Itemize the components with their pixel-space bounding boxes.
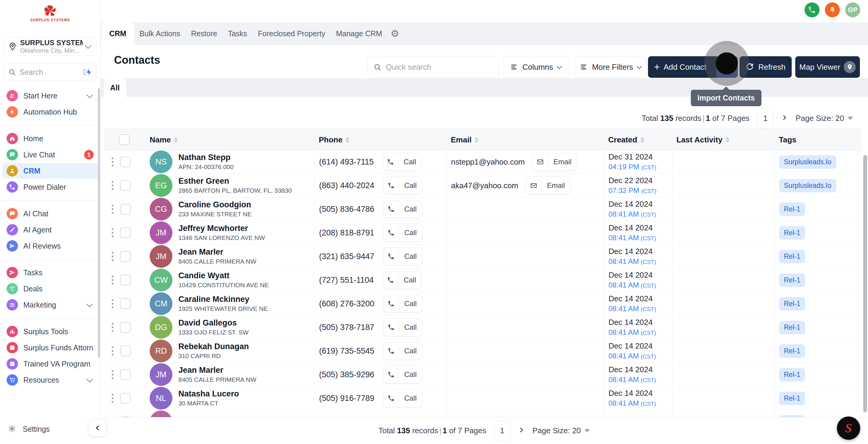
contact-name[interactable]: Jeffrey Mcwhorter	[178, 223, 265, 234]
quick-search-input[interactable]: Quick search	[368, 56, 499, 78]
tab-restore[interactable]: Restore	[186, 29, 223, 38]
row-menu-kebab-icon[interactable]	[110, 345, 115, 357]
sort-icon[interactable]	[474, 137, 478, 143]
sidebar-item-ai-chat[interactable]: AI Chat	[2, 206, 98, 221]
tag-badge[interactable]: Rel-1	[779, 297, 805, 311]
row-checkbox[interactable]	[120, 346, 131, 356]
row-checkbox[interactable]	[120, 227, 131, 238]
chat-widget-button[interactable]: S	[837, 416, 860, 440]
contact-name[interactable]: Jean Marler	[178, 365, 256, 376]
tab-manage-crm[interactable]: Manage CRM	[331, 29, 388, 38]
call-button[interactable]: Call	[383, 224, 422, 242]
contact-name[interactable]: Candie Wyatt	[178, 271, 269, 281]
sidebar-item-marketing[interactable]: Marketing	[2, 297, 98, 313]
tag-badge[interactable]: Rel-1	[779, 392, 805, 405]
row-checkbox[interactable]	[120, 369, 131, 380]
row-checkbox[interactable]	[120, 204, 131, 215]
row-menu-kebab-icon[interactable]	[110, 250, 115, 263]
tab-all[interactable]: All	[104, 78, 126, 97]
gear-icon[interactable]: ⚙	[388, 29, 402, 38]
tag-badge[interactable]: Rel-1	[779, 250, 805, 263]
call-button[interactable]: Call	[383, 389, 422, 407]
column-header-last-activity[interactable]: Last Activity	[672, 135, 775, 145]
tab-foreclosed-property[interactable]: Foreclosed Property	[253, 29, 331, 38]
tag-badge[interactable]: Surplusleads.Io	[779, 155, 836, 169]
notifications-button[interactable]	[825, 2, 840, 18]
sidebar-scrollbar[interactable]	[98, 88, 100, 357]
sidebar-item-tasks[interactable]: Tasks	[2, 265, 98, 280]
call-button[interactable]: Call	[383, 271, 422, 289]
row-checkbox[interactable]	[120, 322, 131, 333]
column-header-name[interactable]: Name	[138, 135, 315, 145]
tab-bulk-actions[interactable]: Bulk Actions	[134, 29, 186, 38]
call-button[interactable]: Call	[383, 247, 422, 265]
sidebar-item-resources[interactable]: Resources	[2, 372, 98, 388]
call-button[interactable]: Call	[383, 366, 422, 384]
sort-icon[interactable]	[174, 137, 178, 143]
row-menu-kebab-icon[interactable]	[110, 297, 115, 310]
sidebar-search[interactable]: Search	[4, 63, 97, 81]
contact-name[interactable]: Jean Marler	[178, 247, 256, 257]
sidebar-item-power-dialer[interactable]: Power Dialer	[2, 179, 98, 195]
sidebar-item-home[interactable]: Home	[2, 131, 98, 146]
call-button[interactable]: Call	[383, 153, 422, 171]
contact-name[interactable]: Caraline Mckinney	[178, 294, 268, 305]
sidebar-collapse-button[interactable]	[89, 419, 106, 436]
dialer-button[interactable]	[805, 2, 819, 18]
tag-badge[interactable]: Rel-1	[779, 344, 805, 358]
location-switcher[interactable]: SURPLUS SYSTEM... Oklahoma City, Min...	[4, 37, 97, 56]
row-menu-kebab-icon[interactable]	[110, 392, 115, 405]
row-checkbox[interactable]	[120, 275, 131, 285]
sidebar-item-live-chat[interactable]: Live Chat1	[2, 147, 98, 162]
row-menu-kebab-icon[interactable]	[110, 179, 115, 192]
page-size-select[interactable]: Page Size: 20	[796, 114, 853, 123]
column-header-email[interactable]: Email	[446, 135, 604, 145]
table-scrollbar[interactable]	[863, 155, 867, 412]
sidebar-item-ai-reviews[interactable]: AI Reviews	[2, 238, 98, 254]
contact-name[interactable]: Caroline Goodgion	[178, 200, 252, 210]
sort-icon[interactable]	[640, 137, 644, 143]
sidebar-item-surplus-tools[interactable]: Surplus Tools	[2, 324, 98, 339]
map-viewer-button[interactable]: Map Viewer	[795, 56, 860, 78]
row-checkbox[interactable]	[120, 393, 131, 404]
sidebar-item-ai-agent[interactable]: AI Agent	[2, 222, 98, 237]
call-button[interactable]: Call	[383, 177, 422, 194]
contact-name[interactable]: Nathan Stepp	[178, 153, 234, 163]
select-all-checkbox[interactable]	[119, 134, 130, 145]
call-button[interactable]: Call	[383, 342, 422, 360]
ai-quick-actions-icon[interactable]	[82, 68, 92, 76]
sort-icon[interactable]	[345, 137, 350, 143]
columns-button[interactable]: Columns	[503, 56, 569, 78]
email-button[interactable]: Email	[532, 153, 577, 171]
column-header-phone[interactable]: Phone	[315, 135, 446, 145]
contact-name[interactable]: Natasha Lucero	[178, 389, 239, 399]
page-number-box[interactable]: 1	[757, 108, 773, 128]
row-checkbox[interactable]	[120, 298, 131, 309]
row-menu-kebab-icon[interactable]	[110, 368, 115, 381]
call-button[interactable]: Call	[383, 295, 422, 313]
tag-badge[interactable]: Rel-1	[779, 368, 805, 381]
sidebar-item-surplus-funds-attorn[interactable]: Surplus Funds Attorn...	[2, 340, 98, 355]
tag-badge[interactable]: Rel-1	[779, 274, 805, 287]
more-filters-button[interactable]: More Filters	[575, 56, 647, 78]
tag-badge[interactable]: Rel-1	[779, 226, 805, 240]
row-menu-kebab-icon[interactable]	[110, 203, 115, 215]
call-button[interactable]: Call	[383, 200, 422, 218]
column-header-created[interactable]: Created	[604, 135, 672, 145]
page-number-box[interactable]: 1	[494, 421, 510, 441]
tab-tasks[interactable]: Tasks	[223, 29, 253, 38]
call-button[interactable]: Call	[383, 318, 422, 336]
row-menu-kebab-icon[interactable]	[110, 321, 115, 334]
sidebar-item-start-here[interactable]: Start Here	[2, 88, 98, 103]
column-header-tags[interactable]: Tags	[775, 135, 862, 145]
row-menu-kebab-icon[interactable]	[110, 226, 115, 239]
row-checkbox[interactable]	[120, 180, 131, 191]
tag-badge[interactable]: Surplusleads.Io	[779, 179, 836, 192]
contact-name[interactable]: David Gallegos	[178, 318, 249, 328]
row-checkbox[interactable]	[120, 156, 131, 167]
tab-crm[interactable]: CRM	[101, 23, 134, 45]
sidebar-item-trained-va-program[interactable]: Trained VA Program	[2, 356, 98, 372]
tag-badge[interactable]: Rel-1	[779, 321, 805, 334]
tag-badge[interactable]: Rel-1	[779, 202, 805, 216]
sidebar-item-settings[interactable]: Settings	[2, 421, 98, 437]
